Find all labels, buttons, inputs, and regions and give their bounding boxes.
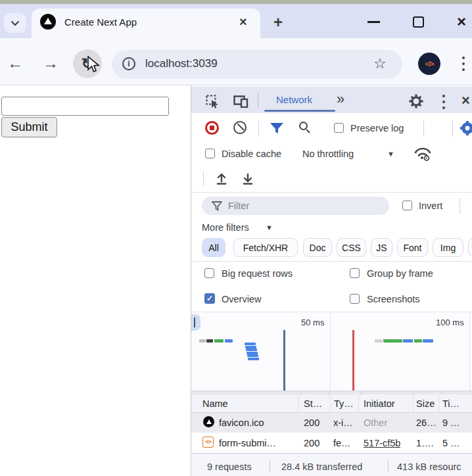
more-panels-icon[interactable]: » bbox=[337, 91, 344, 108]
waterfall-bar[interactable] bbox=[246, 348, 257, 351]
chip-partial[interactable] bbox=[468, 238, 472, 257]
filter-placeholder: Filter bbox=[228, 201, 249, 211]
group-by-frame-checkbox[interactable] bbox=[350, 268, 360, 278]
export-har-icon[interactable] bbox=[241, 172, 254, 185]
network-conditions-icon[interactable] bbox=[413, 145, 432, 161]
waterfall-bar[interactable] bbox=[247, 354, 258, 357]
waterfall-bar[interactable] bbox=[423, 339, 433, 343]
new-tab-button[interactable]: + bbox=[273, 13, 283, 32]
waterfall-bar[interactable] bbox=[414, 339, 422, 343]
disable-cache-label[interactable]: Disable cache bbox=[222, 149, 281, 159]
screenshots-checkbox[interactable] bbox=[350, 294, 360, 304]
devtools-close-button[interactable]: × bbox=[461, 93, 470, 108]
group-by-frame-label[interactable]: Group by frame bbox=[367, 268, 433, 279]
mouse-cursor bbox=[87, 56, 101, 74]
cell-status: 200 bbox=[304, 438, 319, 448]
invert-label[interactable]: Invert bbox=[419, 201, 442, 211]
column-header-initiator[interactable]: Initiator bbox=[364, 398, 395, 409]
waterfall-bar[interactable] bbox=[248, 358, 259, 360]
cell-name[interactable]: favicon.ico bbox=[219, 417, 295, 428]
cell-initiator: Other bbox=[364, 417, 387, 428]
chip-doc[interactable]: Doc bbox=[303, 238, 332, 257]
status-separator bbox=[270, 460, 270, 472]
waterfall-bar[interactable] bbox=[214, 339, 224, 343]
device-toolbar-icon[interactable] bbox=[233, 95, 248, 108]
column-header-size[interactable]: Size bbox=[416, 398, 435, 409]
back-button[interactable]: ← bbox=[7, 54, 23, 72]
load-event-line bbox=[352, 330, 354, 391]
search-network-icon[interactable] bbox=[299, 122, 308, 130]
more-filters-arrow-icon[interactable]: ▼ bbox=[266, 224, 273, 231]
waterfall-bar[interactable] bbox=[225, 339, 233, 343]
toolbar-separator bbox=[452, 120, 453, 136]
cell-name[interactable]: form-submi… bbox=[219, 438, 295, 448]
screenshots-label[interactable]: Screenshots bbox=[367, 294, 420, 304]
preserve-log-checkbox[interactable] bbox=[334, 123, 344, 133]
big-request-rows-label[interactable]: Big request rows bbox=[222, 268, 293, 279]
tab-search-button[interactable] bbox=[4, 13, 26, 33]
overview-gridline-100ms bbox=[469, 313, 470, 391]
overview-gridline-50ms bbox=[330, 313, 331, 391]
waterfall-bar[interactable] bbox=[383, 339, 402, 343]
nextjs-favicon-icon bbox=[40, 14, 56, 30]
cell-status: 200 bbox=[304, 417, 319, 428]
more-filters-button[interactable]: More filters bbox=[202, 222, 249, 233]
devtools-menu-button[interactable] bbox=[442, 95, 445, 112]
profile-avatar[interactable]: </> bbox=[418, 53, 440, 75]
favicon-file-icon bbox=[203, 416, 214, 427]
waterfall-bar[interactable] bbox=[245, 343, 256, 345]
text-input[interactable] bbox=[1, 97, 169, 116]
url-text[interactable]: localhost:3039 bbox=[145, 57, 218, 70]
window-maximize-button[interactable] bbox=[413, 16, 424, 28]
overview-resize-handle[interactable] bbox=[191, 314, 201, 331]
cell-initiator-link[interactable]: 517-cf5b bbox=[364, 438, 400, 448]
window-close-button[interactable]: × bbox=[457, 14, 466, 30]
toolbar-divider bbox=[191, 192, 472, 193]
clear-network-log-icon[interactable] bbox=[233, 121, 247, 134]
window-minimize-button[interactable] bbox=[367, 21, 380, 23]
dom-content-loaded-line bbox=[283, 330, 285, 391]
column-header-status[interactable]: St… bbox=[304, 398, 322, 409]
chip-js[interactable]: JS bbox=[371, 238, 392, 257]
chip-img[interactable]: Img bbox=[433, 238, 463, 257]
chip-font[interactable]: Font bbox=[397, 238, 428, 257]
waterfall-bar[interactable] bbox=[206, 339, 213, 343]
chip-all[interactable]: All bbox=[202, 238, 225, 257]
column-header-type[interactable]: Ty… bbox=[334, 398, 354, 409]
filter-icon[interactable] bbox=[270, 122, 284, 134]
overview-checkbox[interactable]: ✓ bbox=[204, 293, 215, 304]
chips-divider bbox=[191, 261, 472, 262]
tab-network[interactable]: Network bbox=[276, 94, 312, 105]
preserve-log-label[interactable]: Preserve log bbox=[350, 123, 404, 133]
waterfall-bar[interactable] bbox=[403, 339, 413, 343]
invert-checkbox[interactable] bbox=[402, 201, 412, 210]
site-info-icon[interactable]: i bbox=[122, 57, 135, 70]
inspect-element-icon[interactable] bbox=[206, 95, 220, 108]
devtools-settings-gear-icon[interactable] bbox=[409, 94, 423, 108]
bookmark-star-icon[interactable]: ☆ bbox=[373, 55, 387, 72]
waterfall-bar[interactable] bbox=[375, 339, 383, 343]
disable-cache-checkbox[interactable] bbox=[205, 149, 215, 158]
browser-window: Create Next App × + × ← → ↻ i localhost:… bbox=[0, 0, 472, 476]
record-network-log-button[interactable] bbox=[205, 121, 219, 135]
throttling-dropdown-arrow-icon[interactable]: ▼ bbox=[387, 150, 394, 158]
filter-input-funnel-icon bbox=[212, 201, 222, 211]
column-header-name[interactable]: Name bbox=[202, 398, 228, 409]
network-settings-gear-icon[interactable] bbox=[460, 121, 472, 135]
cell-size: 1…. bbox=[416, 438, 434, 448]
big-request-rows-checkbox[interactable] bbox=[204, 268, 214, 278]
chip-fetch-xhr[interactable]: Fetch/XHR bbox=[233, 238, 298, 257]
tab-close-button[interactable]: × bbox=[239, 15, 247, 28]
browser-menu-button[interactable] bbox=[462, 57, 465, 74]
throttling-select[interactable]: No throttling bbox=[302, 149, 354, 159]
column-header-time[interactable]: Ti… bbox=[442, 398, 460, 409]
network-overview-pane[interactable] bbox=[191, 312, 472, 391]
forward-button[interactable]: → bbox=[43, 54, 59, 72]
waterfall-bar[interactable] bbox=[199, 339, 206, 343]
submit-button[interactable]: Submit bbox=[1, 117, 57, 137]
resources-size: 413 kB resourc bbox=[397, 462, 461, 472]
import-har-icon[interactable] bbox=[215, 172, 228, 185]
cell-time: 9 … bbox=[442, 417, 460, 428]
overview-label[interactable]: Overview bbox=[222, 294, 261, 304]
chip-css[interactable]: CSS bbox=[337, 238, 366, 257]
